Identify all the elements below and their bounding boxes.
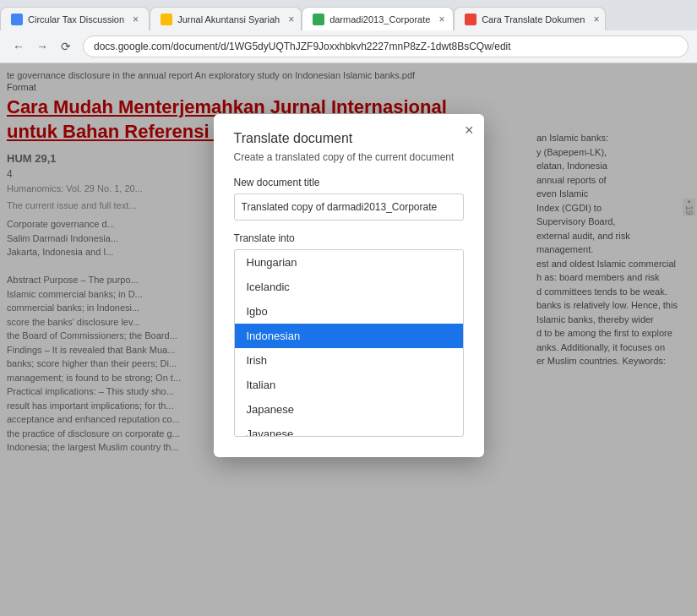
language-item-indonesian[interactable]: Indonesian (235, 324, 463, 348)
tab-bar: Circular Tax Discussion × Jurnal Akuntan… (0, 0, 697, 30)
tab-label-1: Circular Tax Discussion (28, 14, 124, 25)
language-item-italian[interactable]: Italian (235, 373, 463, 397)
tab-close-1[interactable]: × (133, 14, 139, 25)
translate-modal: × Translate document Create a translated… (214, 114, 484, 457)
modal-subtitle: Create a translated copy of the current … (234, 151, 464, 163)
translate-into-label: Translate into (234, 232, 464, 244)
page-content: te governance disclosure in the annual r… (0, 63, 697, 616)
tab-label-3: darmadi2013_Corporate (329, 14, 430, 25)
language-item-igbo[interactable]: Igbo (235, 299, 463, 324)
back-button[interactable]: ← (8, 36, 29, 57)
url-bar[interactable]: docs.google.com/document/d/1WG5dyUQThJZF… (83, 35, 689, 57)
new-doc-title-input[interactable] (234, 194, 464, 221)
language-item-javanese[interactable]: Javanese (235, 422, 463, 436)
tab-darmadi[interactable]: darmadi2013_Corporate × (302, 7, 454, 30)
tab-jurnal[interactable]: Jurnal Akuntansi Syariah × (150, 7, 302, 30)
tab-icon-1 (11, 14, 23, 25)
language-list-container: HungarianIcelandicIgboIndonesianIrishIta… (234, 249, 464, 437)
tab-close-2[interactable]: × (288, 14, 294, 25)
tab-circular-tax[interactable]: Circular Tax Discussion × (0, 7, 150, 30)
tab-cara[interactable]: Cara Translate Dokumen × (454, 7, 606, 30)
tab-icon-2 (161, 14, 172, 25)
language-item-icelandic[interactable]: Icelandic (235, 275, 463, 299)
nav-buttons: ← → ⟳ (8, 36, 76, 57)
language-item-japanese[interactable]: Japanese (235, 397, 463, 422)
tab-close-4[interactable]: × (593, 14, 599, 25)
tab-close-3[interactable]: × (438, 14, 444, 25)
tab-label-4: Cara Translate Dokumen (482, 14, 585, 25)
modal-title: Translate document (234, 131, 464, 146)
reload-button[interactable]: ⟳ (56, 36, 76, 57)
modal-close-button[interactable]: × (465, 123, 474, 138)
modal-overlay: × Translate document Create a translated… (0, 63, 697, 616)
url-text: docs.google.com/document/d/1WG5dyUQThJZF… (94, 41, 511, 52)
language-item-irish[interactable]: Irish (235, 348, 463, 373)
new-doc-title-label: New document title (234, 177, 464, 188)
browser-chrome: Circular Tax Discussion × Jurnal Akuntan… (0, 0, 697, 63)
tab-icon-3 (313, 14, 324, 25)
language-list[interactable]: HungarianIcelandicIgboIndonesianIrishIta… (235, 250, 463, 436)
forward-button[interactable]: → (32, 36, 52, 57)
language-item-hungarian[interactable]: Hungarian (235, 250, 463, 275)
tab-icon-4 (465, 14, 476, 25)
address-bar: ← → ⟳ docs.google.com/document/d/1WG5dyU… (0, 30, 697, 63)
tab-label-2: Jurnal Akuntansi Syariah (177, 14, 280, 25)
